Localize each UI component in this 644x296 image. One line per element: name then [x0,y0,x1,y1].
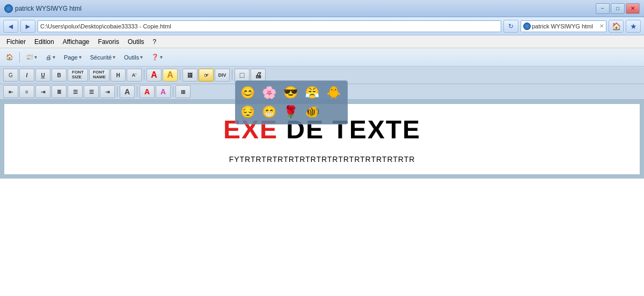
align-center-button[interactable]: ≡ [19,85,34,98]
grin-emoji-item[interactable]: 😁 [260,103,277,121]
window-title: patrick WYSIWYG html [15,5,82,12]
tools-toolbar-button[interactable]: Outils ▾ [120,50,147,64]
chick-emoji-item[interactable]: 🐥 [325,84,342,101]
justify-button[interactable]: ≣ [52,85,67,98]
unordered-list-button[interactable]: ☰ [68,85,83,98]
align-right-button[interactable]: ⇥ [35,85,50,98]
emoji-popup: 😊 🌸 😎 😤 🐥 😔 😁 🌹 🐠 [235,80,348,124]
angry-emoji-item[interactable]: 😤 [303,84,320,101]
rose-emoji-item[interactable]: 🌹 [282,103,299,121]
menu-affichage[interactable]: Affichage [58,37,94,47]
font-name-button[interactable]: FONTNAME [89,69,109,82]
menu-edition[interactable]: Edition [30,37,58,47]
toolbar-sep-3 [232,70,232,80]
security-button[interactable]: Sécurité ▾ [86,50,119,64]
color-picker-button[interactable]: A [140,85,155,98]
title-bar-left: patrick WYSIWYG html [4,4,82,13]
toolbar-sep-2 [180,70,180,80]
h-button[interactable]: H [111,69,126,82]
address-input[interactable] [38,20,501,32]
restore-button[interactable]: □ [611,3,625,14]
content-body: FYTRTRTRTRTRTRTRTRTRTRTRTRTRTRTRTR [26,155,618,164]
help-toolbar-button[interactable]: ❓ ▾ [148,50,166,64]
menu-favoris[interactable]: Favoris [94,37,123,47]
cool-emoji-item[interactable]: 😎 [282,84,299,101]
ie-toolbar: 🏠 📰 ▾ 🖨 ▾ Page ▾ Sécurité ▾ Outils ▾ ❓ ▾ [0,48,644,66]
editor-area: G I U B FONTSIZE FONTNAME H Aˈ A A 🖼 ☞ D… [0,66,644,179]
color-a-red-button[interactable]: A [147,69,162,82]
page-button[interactable]: Page ▾ [60,50,85,64]
home-nav-button[interactable]: 🏠 [609,20,624,33]
indent-button[interactable]: ⇥ [100,85,115,98]
address-bar: ◄ ► ↻ patrick WYSIWYG html ✕ 🏠 ★ [0,17,644,35]
italic-button[interactable]: I [19,69,34,82]
menu-help[interactable]: ? [149,37,161,47]
toolbar-sep-1 [144,70,144,80]
editor-toolbar-row1: G I U B FONTSIZE FONTNAME H Aˈ A A 🖼 ☞ D… [0,66,644,84]
close-button[interactable]: ✕ [626,3,640,14]
menu-outils[interactable]: Outils [123,37,149,47]
bold-g-button[interactable]: G [3,69,18,82]
row2-sep-3 [173,86,173,97]
cursor-button[interactable]: ☞ [199,69,214,82]
back-button[interactable]: ◄ [3,20,18,33]
menu-bar: Fichier Edition Affichage Favoris Outils… [0,35,644,48]
smile-emoji-item[interactable]: 😊 [239,84,256,101]
format-a-button[interactable]: A [120,85,135,98]
refresh-button[interactable]: ↻ [503,20,518,33]
search-box: patrick WYSIWYG html ✕ [521,20,606,32]
flower-emoji-item[interactable]: 🌸 [260,84,277,101]
bold-button[interactable]: B [52,69,67,82]
feeds-button[interactable]: 📰 ▾ [22,50,41,64]
row2-sep-1 [117,86,118,97]
print-toolbar-button[interactable]: 🖨 ▾ [42,50,59,64]
ordered-list-button[interactable]: ☰ [84,85,99,98]
image-button[interactable]: 🖼 [182,69,197,82]
search-tab-label: patrick WYSIWYG html [532,23,593,29]
home-toolbar-button[interactable]: 🏠 [2,50,17,64]
div-button[interactable]: DIV [215,69,230,82]
window-controls: − □ ✕ [596,3,640,14]
highlight-button[interactable]: A [156,85,171,98]
align-left-button[interactable]: ⇤ [3,85,18,98]
a-superscript-button[interactable]: Aˈ [127,69,142,82]
table-insert-button[interactable]: ⊞ [175,85,191,98]
font-size-button[interactable]: FONTSIZE [68,69,88,82]
toolbar-divider-1 [19,52,20,63]
title-bar: patrick WYSIWYG html − □ ✕ [0,0,644,17]
underline-button[interactable]: U [35,69,50,82]
forward-button[interactable]: ► [20,20,35,33]
search-logo-icon [523,23,531,30]
tab-close-x[interactable]: ✕ [599,23,604,29]
ie-logo-icon [4,4,13,13]
new-doc-button[interactable]: □ [235,69,250,82]
color-a-yellow-button[interactable]: A [163,69,178,82]
fish-emoji-item[interactable]: 🐠 [303,103,320,121]
star-button[interactable]: ★ [626,20,641,33]
print-editor-button[interactable]: 🖨 [251,69,266,82]
sad-emoji-item[interactable]: 😔 [239,103,256,121]
minimize-button[interactable]: − [596,3,610,14]
menu-fichier[interactable]: Fichier [2,37,30,47]
row2-sep-2 [137,86,137,97]
